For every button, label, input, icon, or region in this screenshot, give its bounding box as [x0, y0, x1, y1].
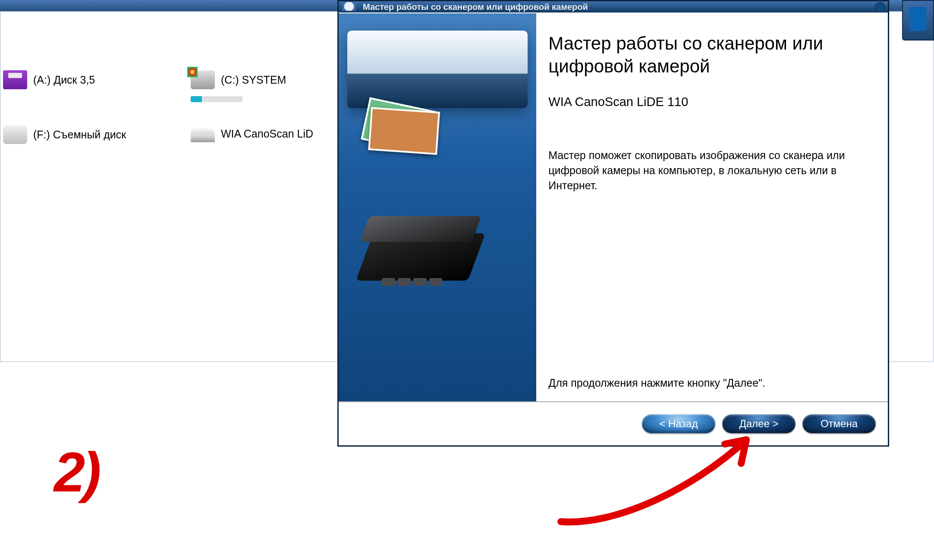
- wizard-left-illustration: [339, 13, 536, 445]
- canoscan-illustration: [365, 212, 477, 289]
- flatbed-scanner-illustration: [347, 31, 528, 108]
- drive-floppy-a[interactable]: (A:) Диск 3,5: [3, 70, 95, 89]
- scanner-icon: [191, 129, 215, 142]
- next-button[interactable]: Далее >: [722, 414, 796, 433]
- removable-disk-icon: [3, 125, 27, 144]
- adjacent-window-fragment: [902, 0, 934, 41]
- cancel-button[interactable]: Отмена: [802, 414, 876, 433]
- dialog-title-text: Мастер работы со сканером или цифровой к…: [363, 1, 588, 13]
- drive-label: (A:) Диск 3,5: [33, 74, 95, 86]
- wizard-description: Мастер поможет скопировать изображения с…: [548, 148, 873, 193]
- dialog-button-bar: < Назад Далее > Отмена: [339, 401, 888, 445]
- wizard-device-name: WIA CanoScan LiDE 110: [548, 95, 873, 109]
- floppy-disk-icon: [3, 70, 27, 89]
- dialog-body: Мастер работы со сканером или цифровой к…: [339, 13, 888, 445]
- scanner-wizard-icon: [342, 2, 356, 11]
- device-scanner-wia[interactable]: WIA CanoScan LiD: [191, 125, 313, 142]
- device-label: WIA CanoScan LiD: [221, 128, 313, 140]
- drive-label: (F:) Съемный диск: [33, 128, 126, 141]
- hard-disk-icon: [191, 70, 215, 89]
- close-icon[interactable]: [875, 2, 885, 13]
- wizard-heading: Мастер работы со сканером или цифровой к…: [548, 32, 873, 78]
- scanner-wizard-dialog: Мастер работы со сканером или цифровой к…: [337, 0, 889, 447]
- dialog-titlebar[interactable]: Мастер работы со сканером или цифровой к…: [339, 1, 888, 13]
- wizard-content-panel: Мастер работы со сканером или цифровой к…: [536, 13, 888, 445]
- drive-c-system[interactable]: (C:) SYSTEM: [191, 70, 286, 89]
- back-button[interactable]: < Назад: [642, 414, 715, 433]
- wizard-continue-hint: Для продолжения нажмите кнопку "Далее".: [548, 377, 873, 389]
- drive-c-capacity-bar: [191, 96, 242, 102]
- drive-f-removable[interactable]: (F:) Съемный диск: [3, 125, 126, 144]
- drive-label: (C:) SYSTEM: [221, 74, 286, 86]
- annotation-step-number: 2): [54, 440, 99, 504]
